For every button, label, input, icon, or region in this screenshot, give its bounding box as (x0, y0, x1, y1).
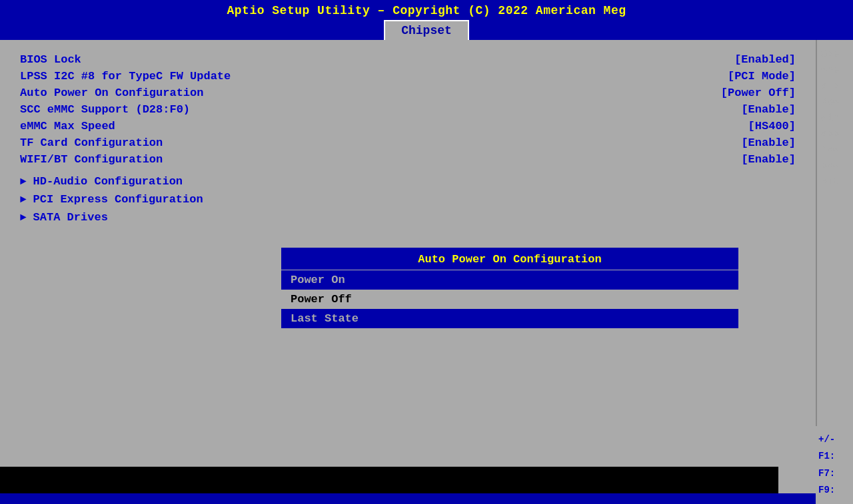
setting-row-6[interactable]: WIFI/BT Configuration[Enable] (20, 153, 796, 166)
right-panel-line-3: Pow (821, 95, 849, 111)
dropdown-option-1[interactable]: Power Off (281, 290, 738, 309)
main-area: BIOS Lock[Enabled]LPSS I2C #8 for TypeC … (0, 40, 853, 493)
setting-value-3: [Enable] (741, 103, 796, 116)
right-panel-line-1: whe (821, 63, 849, 79)
submenu-item-2[interactable]: ►SATA Drives (20, 211, 796, 224)
right-panel-line-4: dir (821, 111, 849, 126)
tab-chipset[interactable]: Chipset (384, 20, 469, 40)
bottom-right-panel: +/-F1:F7:F9: (816, 426, 853, 493)
right-panel-line-5: app (821, 126, 849, 142)
setting-row-2[interactable]: Auto Power On Configuration[Power Off] (20, 87, 796, 99)
shortcut-2: F7: (818, 465, 850, 482)
setting-label-5: TF Card Configuration (20, 136, 163, 149)
tab-bar: Chipset (0, 20, 853, 40)
arrow-icon-2: ► (20, 212, 27, 224)
arrow-icon-0: ► (20, 176, 27, 188)
title-text: Aptio Setup Utility – Copyright (C) 2022… (227, 4, 626, 17)
left-panel: BIOS Lock[Enabled]LPSS I2C #8 for TypeC … (0, 40, 816, 493)
submenu-label-1: PCI Express Configuration (33, 193, 203, 206)
submenu-item-0[interactable]: ►HD-Audio Configuration (20, 175, 796, 188)
setting-value-1: [PCI Mode] (728, 70, 796, 83)
right-panel-text: Spewhea pPowdirappPowpowbut (821, 47, 849, 190)
settings-list: BIOS Lock[Enabled]LPSS I2C #8 for TypeC … (20, 53, 796, 166)
setting-label-2: Auto Power On Configuration (20, 87, 203, 99)
setting-row-5[interactable]: TF Card Configuration[Enable] (20, 136, 796, 149)
dropdown-option-0[interactable]: Power On (281, 270, 738, 290)
right-panel-line-8: but (821, 174, 849, 190)
setting-value-5: [Enable] (741, 136, 796, 149)
submenu-item-1[interactable]: ►PCI Express Configuration (20, 193, 796, 206)
dropdown-popup: Auto Power On Configuration Power OnPowe… (280, 246, 740, 330)
arrow-icon-1: ► (20, 194, 27, 206)
setting-value-0: [Enabled] (734, 53, 796, 66)
shortcut-0: +/- (818, 431, 850, 448)
setting-label-0: BIOS Lock (20, 53, 81, 66)
setting-label-3: SCC eMMC Support (D28:F0) (20, 103, 190, 116)
shortcut-1: F1: (818, 448, 850, 465)
shortcut-3: F9: (818, 482, 850, 493)
right-panel: Spewhea pPowdirappPowpowbut +/-F1:F7:F9: (816, 40, 853, 493)
dropdown-title: Auto Power On Configuration (281, 248, 738, 270)
right-panel-line-7: pow (821, 158, 849, 174)
submenus-list: ►HD-Audio Configuration►PCI Express Conf… (20, 175, 796, 224)
submenu-label-2: SATA Drives (33, 211, 108, 224)
right-panel-line-0: Spe (821, 47, 849, 63)
setting-value-2: [Power Off] (721, 87, 796, 99)
setting-value-4: [HS400] (748, 120, 796, 132)
bottom-black-bar (0, 467, 778, 493)
right-panel-line-2: a p (821, 79, 849, 95)
setting-row-4[interactable]: eMMC Max Speed[HS400] (20, 120, 796, 132)
title-bar: Aptio Setup Utility – Copyright (C) 2022… (0, 0, 853, 20)
dropdown-option-2[interactable]: Last State (281, 309, 738, 328)
setting-row-1[interactable]: LPSS I2C #8 for TypeC FW Update[PCI Mode… (20, 70, 796, 83)
setting-row-3[interactable]: SCC eMMC Support (D28:F0)[Enable] (20, 103, 796, 116)
setting-label-1: LPSS I2C #8 for TypeC FW Update (20, 70, 231, 83)
setting-value-6: [Enable] (741, 153, 796, 166)
setting-label-6: WIFI/BT Configuration (20, 153, 163, 166)
setting-label-4: eMMC Max Speed (20, 120, 115, 132)
setting-row-0[interactable]: BIOS Lock[Enabled] (20, 53, 796, 66)
submenu-label-0: HD-Audio Configuration (33, 175, 183, 188)
dropdown-options: Power OnPower OffLast State (281, 270, 738, 328)
right-panel-line-6: Pow (821, 142, 849, 158)
